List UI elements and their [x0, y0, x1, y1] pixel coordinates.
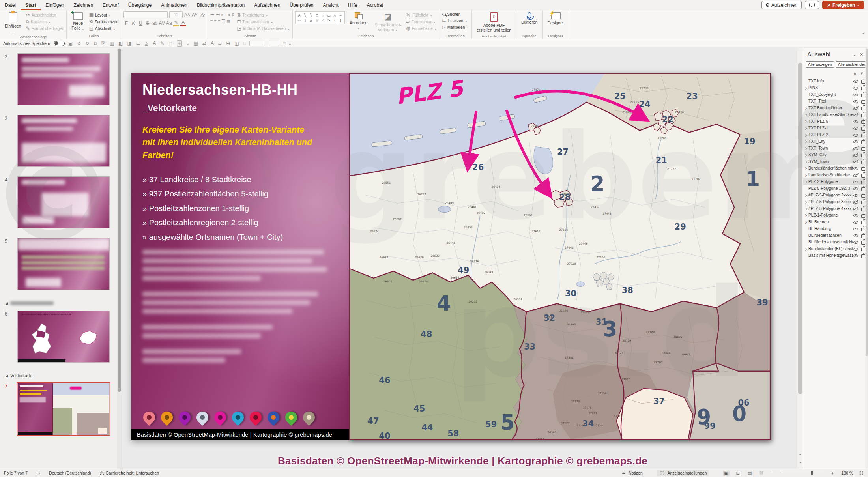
- move-down-icon[interactable]: ∨: [861, 71, 863, 75]
- shape-glyph[interactable]: ⇨: [296, 18, 302, 23]
- visibility-on-icon[interactable]: [853, 213, 859, 218]
- zoom-slider[interactable]: [780, 473, 824, 473]
- slide-thumbnail-5[interactable]: [17, 238, 110, 290]
- layer-row[interactable]: ❯PLZ-2-Polygone: [803, 178, 868, 185]
- slide-thumbnail-3[interactable]: [17, 115, 110, 167]
- layout-button[interactable]: ▦Layout⌄: [89, 12, 118, 18]
- char-spacing-button[interactable]: AV: [159, 21, 165, 26]
- shape-glyph[interactable]: ▱: [308, 18, 314, 23]
- expand-icon[interactable]: ❯: [805, 133, 808, 137]
- expand-icon[interactable]: ❯: [805, 174, 808, 177]
- qat-more-icon[interactable]: ≣ ⌄: [282, 41, 292, 46]
- arrange-button[interactable]: Anordnen⌄: [347, 11, 370, 31]
- layer-row[interactable]: ❯SYM_Town: [803, 158, 868, 165]
- shape-glyph[interactable]: ⇩: [302, 18, 308, 23]
- layer-row[interactable]: TXT Info: [803, 78, 868, 84]
- copy-button[interactable]: ⧉Kopieren⌄: [26, 19, 64, 24]
- comments-button[interactable]: [805, 1, 819, 9]
- close-icon[interactable]: ✕: [858, 52, 865, 57]
- reset-button[interactable]: ⟲Zurücksetzen: [89, 19, 118, 24]
- selection-pane-scrollbar[interactable]: [865, 48, 868, 469]
- reading-view-icon[interactable]: ▤: [746, 471, 753, 476]
- save-icon[interactable]: ▣: [68, 41, 73, 46]
- indent-less-icon[interactable]: ⇤: [221, 12, 225, 17]
- visibility-off-icon[interactable]: [853, 146, 859, 151]
- expand-icon[interactable]: ❯: [805, 207, 808, 210]
- visibility-off-icon[interactable]: [853, 112, 859, 117]
- visibility-off-icon[interactable]: [853, 105, 859, 110]
- record-button[interactable]: Aufzeichnen: [761, 1, 802, 9]
- clear-format-button[interactable]: A̷: [199, 12, 205, 18]
- visibility-off-icon[interactable]: [853, 199, 859, 204]
- editing-canvas[interactable]: Niedersachsen-HB-HH _Vektorkarte Kreiere…: [122, 48, 803, 469]
- duplicate-icon[interactable]: ▥: [110, 41, 114, 46]
- adobe-pdf-button[interactable]: Adobe PDFerstellen und teilen: [474, 11, 514, 33]
- visibility-off-icon[interactable]: [853, 159, 859, 164]
- slide-tagline[interactable]: Kreieren Sie Ihre eigene Karten-Variante…: [142, 123, 312, 162]
- section-header-blurred[interactable]: ◢: [6, 299, 117, 307]
- align-icon[interactable]: ≣: [168, 41, 172, 46]
- show-all-button[interactable]: Alle anzeigen: [806, 61, 834, 68]
- map-pin-row[interactable]: [143, 412, 315, 423]
- layer-row[interactable]: ❯#PLZ-5-Polygone 3xxxx: [803, 198, 868, 205]
- undo-icon[interactable]: ↺: [77, 41, 81, 46]
- expand-icon[interactable]: ❯: [805, 127, 808, 130]
- normal-view-icon[interactable]: ▣: [723, 471, 729, 476]
- layer-row[interactable]: BL Niedersachsen: [803, 232, 868, 239]
- visibility-on-icon[interactable]: [853, 253, 859, 258]
- collapse-ribbon-icon[interactable]: ⌃: [862, 32, 865, 37]
- visibility-on-icon[interactable]: [853, 239, 859, 245]
- bold-button[interactable]: F: [123, 21, 129, 26]
- zoom-in-icon[interactable]: ＋: [829, 470, 836, 476]
- shape-glyph[interactable]: ☆: [314, 18, 320, 23]
- fit-slide-icon[interactable]: ⛶: [859, 471, 864, 476]
- menu-tab-aufzeichnen[interactable]: Aufzeichnen: [249, 0, 285, 10]
- font-name-input[interactable]: [123, 11, 168, 18]
- shape-glyph[interactable]: △: [332, 13, 338, 18]
- underline-button[interactable]: U: [138, 21, 144, 26]
- justify-icon[interactable]: ☰: [221, 19, 225, 24]
- slide-thumbnail-4[interactable]: [17, 176, 110, 228]
- section-header-vektorkarte[interactable]: ◢Vektorkarte: [6, 372, 117, 379]
- visibility-on-icon[interactable]: [853, 233, 859, 238]
- slide-nav-buttons[interactable]: ⌃ ⌄: [797, 448, 803, 469]
- redo-icon[interactable]: ↻: [85, 41, 89, 46]
- grow-font-button[interactable]: A˄: [184, 12, 190, 18]
- theme-icon[interactable]: ▭: [36, 471, 40, 475]
- select-icon[interactable]: ▱: [218, 41, 222, 46]
- layout-icon[interactable]: ◧: [118, 41, 123, 46]
- expand-icon[interactable]: ❯: [805, 86, 808, 90]
- layer-row[interactable]: ❯Bundesländerflächen mit H..: [803, 165, 868, 172]
- align-right-icon[interactable]: ≡: [218, 19, 220, 24]
- map-graphic[interactable]: 2655326427264092644126434264192645226446…: [349, 73, 771, 440]
- visibility-on-icon[interactable]: [853, 92, 859, 97]
- slide-thumbnail-7[interactable]: [17, 383, 110, 435]
- copy-icon[interactable]: ⧉: [94, 41, 97, 46]
- grid-icon[interactable]: ⊞: [226, 41, 230, 46]
- shape-effects-button[interactable]: ◍Formeffekte⌄: [406, 26, 437, 31]
- visibility-off-icon[interactable]: [853, 152, 859, 157]
- hide-all-button[interactable]: Alle ausblenden: [836, 61, 868, 68]
- bullets-icon[interactable]: ≔: [210, 12, 215, 17]
- search-icon[interactable]: ○: [186, 41, 189, 46]
- menu-tab-ansicht[interactable]: Ansicht: [318, 0, 343, 10]
- designer-button[interactable]: Designer: [545, 11, 567, 26]
- layer-row[interactable]: ❯Landkreise-Stadtkreise: [803, 172, 868, 178]
- fill-icon[interactable]: ◨: [127, 41, 131, 46]
- visibility-on-icon[interactable]: [853, 166, 859, 171]
- visibility-on-icon[interactable]: [853, 246, 859, 251]
- menu-tab-entwurf[interactable]: Entwurf: [98, 0, 123, 10]
- slide-thumbnail-6[interactable]: Übersichtskarte Deutschland + Niedersach…: [17, 311, 110, 363]
- next-slide-icon[interactable]: ⌄: [799, 460, 802, 464]
- shapes-gallery[interactable]: A╲╲□○▭△⌐⇨⇩▱☆⟋〜{}: [295, 11, 345, 24]
- shape-glyph[interactable]: A: [296, 13, 302, 18]
- shape-glyph[interactable]: □: [314, 13, 320, 18]
- slide-thumbnail-2[interactable]: [17, 53, 110, 105]
- autosave-toggle[interactable]: [54, 41, 65, 46]
- new-slide-button[interactable]: NeueFolie ⌄: [69, 11, 86, 31]
- align-center-icon[interactable]: ≡: [214, 19, 216, 24]
- shape-glyph[interactable]: ⌐: [338, 13, 344, 18]
- expand-icon[interactable]: ❯: [805, 113, 808, 116]
- table-icon[interactable]: ⌗: [243, 41, 246, 46]
- menu-tab-einfügen[interactable]: Einfügen: [41, 0, 69, 10]
